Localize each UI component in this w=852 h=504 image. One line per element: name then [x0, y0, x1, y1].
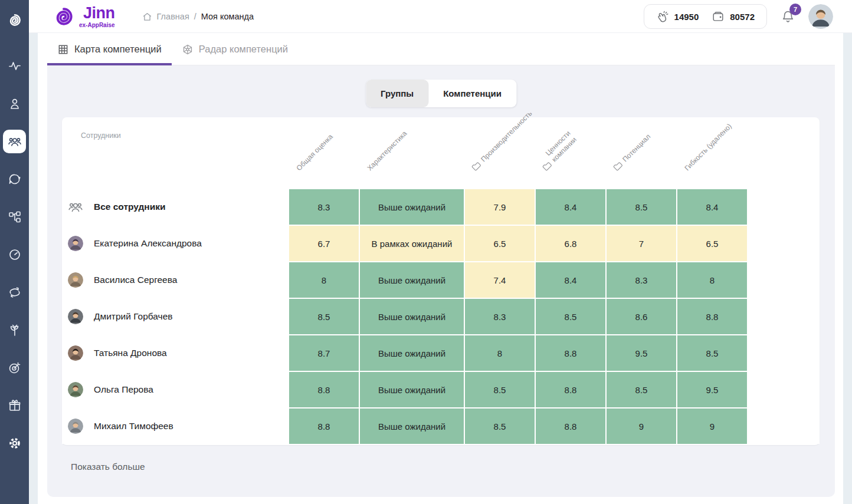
score-cell[interactable]: 8.8: [289, 409, 359, 444]
score-cell[interactable]: Выше ожиданий: [360, 372, 464, 407]
sidebar-item-org-structure[interactable]: [0, 198, 29, 236]
employee-name: Дмитрий Горбачев: [94, 311, 172, 322]
score-cell[interactable]: Выше ожиданий: [360, 262, 464, 298]
table-row: Все сотрудники 8.3Выше ожиданий7.98.48.5…: [62, 189, 820, 225]
score-cell[interactable]: Выше ожиданий: [360, 299, 464, 334]
score-cell[interactable]: 8.6: [607, 299, 676, 334]
score-cell[interactable]: 6.5: [677, 226, 747, 261]
score-cell[interactable]: 8.5: [465, 409, 535, 444]
score-cell[interactable]: 8.5: [536, 299, 605, 334]
score-cell[interactable]: 8: [289, 262, 359, 298]
sidebar-item-goals[interactable]: [0, 349, 29, 387]
score-cell[interactable]: 8.8: [677, 299, 747, 334]
feedback-chat-icon: [8, 172, 22, 186]
score-cell[interactable]: 6.5: [465, 226, 535, 261]
score-cell[interactable]: 8.5: [289, 299, 359, 334]
user-avatar[interactable]: [808, 4, 833, 29]
column-header[interactable]: Производительность: [465, 117, 535, 189]
employee-cell[interactable]: Все сотрудники: [62, 189, 288, 225]
stats-pill: 14950 80572: [644, 4, 767, 29]
score-cell[interactable]: 8.3: [465, 299, 535, 334]
my-team-icon: [8, 134, 22, 149]
empty-cell: [748, 299, 820, 334]
growth-plant-icon: [8, 323, 22, 337]
breadcrumb: Главная / Моя команда: [142, 12, 254, 22]
avatar: [68, 345, 83, 361]
breadcrumb-home-link[interactable]: Главная: [157, 12, 189, 21]
toggle-groups[interactable]: Группы: [366, 80, 428, 107]
sidebar-item-profile[interactable]: [0, 85, 29, 123]
column-header[interactable]: Общая оценка: [289, 117, 359, 189]
radar-icon: [182, 44, 194, 55]
notifications-button[interactable]: 7: [779, 8, 797, 25]
score-cell[interactable]: 8.8: [536, 409, 605, 444]
table-row: Дмитрий Горбачев 8.5Выше ожиданий8.38.58…: [62, 299, 820, 334]
employee-cell[interactable]: Дмитрий Горбачев: [62, 299, 288, 334]
column-label: Производительность: [479, 110, 534, 164]
sidebar-item-settings[interactable]: [0, 424, 29, 462]
score-cell[interactable]: 9.5: [607, 335, 676, 371]
score-cell[interactable]: 6.7: [289, 226, 359, 261]
score-cell[interactable]: 8: [465, 335, 535, 371]
sidebar-item-growth[interactable]: [0, 311, 29, 349]
score-cell[interactable]: 7.9: [465, 189, 535, 225]
app-logo[interactable]: Jinn ex-AppRaise: [53, 5, 115, 28]
score-cell[interactable]: Выше ожиданий: [360, 189, 464, 225]
score-cell[interactable]: 8.8: [289, 372, 359, 407]
sidebar-item-home[interactable]: [0, 0, 29, 40]
score-cell[interactable]: 8: [677, 262, 747, 298]
employee-cell[interactable]: Екатерина Александрова: [62, 226, 288, 261]
score-cell[interactable]: 8.4: [677, 189, 747, 225]
column-header[interactable]: Потенциал: [607, 117, 676, 189]
score-cell[interactable]: 8.8: [536, 335, 605, 371]
table-row: Екатерина Александрова 6.7В рамках ожида…: [62, 226, 820, 261]
wallet-icon: [712, 10, 725, 23]
show-more-button[interactable]: Показать больше: [71, 462, 145, 472]
score-cell[interactable]: Выше ожиданий: [360, 409, 464, 444]
score-cell[interactable]: 8.4: [536, 189, 605, 225]
score-cell[interactable]: 8.8: [536, 372, 605, 407]
score-cell[interactable]: В рамках ожиданий: [360, 226, 464, 261]
tab-competency-map[interactable]: Карта компетенций: [47, 33, 172, 65]
score-cell[interactable]: 8.3: [289, 189, 359, 225]
employee-cell[interactable]: Василиса Сергеева: [62, 262, 288, 298]
tab-competency-radar[interactable]: Радар компетенций: [172, 33, 298, 65]
sidebar-item-performance[interactable]: [0, 236, 29, 274]
sidebar-item-sync[interactable]: [0, 274, 29, 311]
score-cell[interactable]: 9: [677, 409, 747, 444]
score-cell[interactable]: 8.5: [607, 189, 676, 225]
jinn-logo-icon: [53, 5, 75, 28]
wallet-counter[interactable]: 80572: [712, 10, 755, 23]
page-gutter-right: [843, 33, 852, 504]
score-cell[interactable]: 7.4: [465, 262, 535, 298]
score-cell[interactable]: 7: [607, 226, 676, 261]
sidebar-item-feedback[interactable]: [0, 160, 29, 198]
score-cell[interactable]: 9.5: [677, 372, 747, 407]
sidebar-item-rewards[interactable]: [0, 387, 29, 424]
column-header[interactable]: Гибкость (удалено): [677, 117, 747, 189]
score-cell[interactable]: 8.5: [465, 372, 535, 407]
toggle-competencies[interactable]: Компетенции: [428, 80, 516, 107]
claps-counter[interactable]: 14950: [656, 10, 699, 23]
score-cell[interactable]: 9: [607, 409, 676, 444]
sidebar: [0, 0, 29, 504]
table-header: Сотрудники Общая оценка Характеристика П…: [62, 117, 820, 189]
column-header[interactable]: Характеристика: [360, 117, 464, 189]
score-cell[interactable]: Выше ожиданий: [360, 335, 464, 371]
employee-cell[interactable]: Ольга Перова: [62, 372, 288, 407]
score-cell[interactable]: 8.5: [677, 335, 747, 371]
score-cell[interactable]: 8.4: [536, 262, 605, 298]
employee-cell[interactable]: Михаил Тимофеев: [62, 409, 288, 444]
empty-cell: [748, 409, 820, 444]
score-cell[interactable]: 8.7: [289, 335, 359, 371]
folder-icon: [470, 160, 483, 172]
score-cell[interactable]: 6.8: [536, 226, 605, 261]
column-header[interactable]: Ценности компании: [536, 117, 605, 189]
employee-name: Все сотрудники: [94, 202, 166, 212]
sidebar-item-activity[interactable]: [0, 47, 29, 85]
employee-cell[interactable]: Татьяна Дронова: [62, 335, 288, 371]
sidebar-item-my-team[interactable]: [0, 123, 29, 160]
score-cell[interactable]: 8.3: [607, 262, 676, 298]
home-icon[interactable]: [142, 12, 152, 22]
score-cell[interactable]: 8.5: [607, 372, 676, 407]
